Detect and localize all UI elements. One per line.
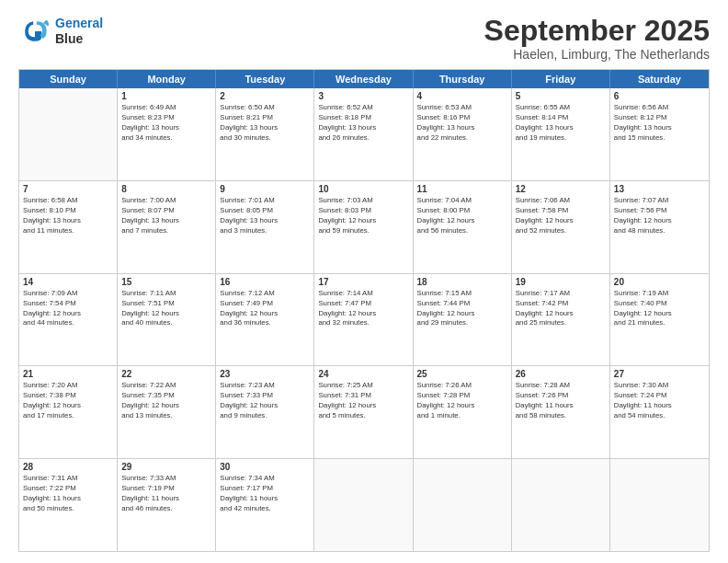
day-info: Sunrise: 7:11 AM Sunset: 7:51 PM Dayligh…: [121, 289, 211, 329]
day-cell-empty: [19, 88, 118, 180]
day-number: 5: [516, 91, 606, 101]
day-info: Sunrise: 6:49 AM Sunset: 8:23 PM Dayligh…: [121, 103, 211, 144]
day-cell-23: 23Sunrise: 7:23 AM Sunset: 7:33 PM Dayli…: [216, 366, 314, 458]
calendar: SundayMondayTuesdayWednesdayThursdayFrid…: [18, 69, 710, 552]
day-info: Sunrise: 6:58 AM Sunset: 8:10 PM Dayligh…: [23, 196, 113, 236]
day-cell-22: 22Sunrise: 7:22 AM Sunset: 7:35 PM Dayli…: [118, 366, 216, 458]
day-number: 25: [417, 369, 507, 379]
day-cell-21: 21Sunrise: 7:20 AM Sunset: 7:38 PM Dayli…: [19, 366, 118, 458]
day-number: 13: [614, 184, 705, 194]
day-cell-15: 15Sunrise: 7:11 AM Sunset: 7:51 PM Dayli…: [118, 274, 216, 366]
day-info: Sunrise: 7:25 AM Sunset: 7:31 PM Dayligh…: [318, 381, 408, 421]
day-number: 1: [121, 91, 211, 101]
day-info: Sunrise: 7:17 AM Sunset: 7:42 PM Dayligh…: [516, 289, 606, 329]
day-cell-empty: [414, 459, 512, 551]
day-number: 23: [220, 369, 310, 379]
day-cell-6: 6Sunrise: 6:56 AM Sunset: 8:12 PM Daylig…: [610, 88, 709, 180]
day-cell-8: 8Sunrise: 7:00 AM Sunset: 8:07 PM Daylig…: [118, 181, 216, 273]
day-cell-17: 17Sunrise: 7:14 AM Sunset: 7:47 PM Dayli…: [314, 274, 413, 366]
day-number: 15: [121, 277, 211, 287]
weekday-header-wednesday: Wednesday: [314, 70, 413, 88]
day-info: Sunrise: 7:14 AM Sunset: 7:47 PM Dayligh…: [318, 289, 408, 329]
day-info: Sunrise: 6:52 AM Sunset: 8:18 PM Dayligh…: [318, 103, 408, 144]
weekday-header-saturday: Saturday: [610, 70, 709, 88]
day-info: Sunrise: 6:53 AM Sunset: 8:16 PM Dayligh…: [417, 103, 507, 144]
day-number: 6: [614, 91, 705, 101]
day-info: Sunrise: 7:12 AM Sunset: 7:49 PM Dayligh…: [220, 289, 310, 329]
day-number: 21: [23, 369, 113, 379]
day-number: 27: [614, 369, 705, 379]
day-number: 19: [516, 277, 606, 287]
weekday-header-monday: Monday: [118, 70, 216, 88]
calendar-row-4: 21Sunrise: 7:20 AM Sunset: 7:38 PM Dayli…: [19, 366, 709, 459]
day-number: 7: [23, 184, 113, 194]
day-cell-12: 12Sunrise: 7:06 AM Sunset: 7:58 PM Dayli…: [512, 181, 610, 273]
day-number: 10: [318, 184, 408, 194]
day-info: Sunrise: 7:22 AM Sunset: 7:35 PM Dayligh…: [121, 381, 211, 421]
calendar-header: SundayMondayTuesdayWednesdayThursdayFrid…: [19, 70, 709, 88]
day-info: Sunrise: 7:03 AM Sunset: 8:03 PM Dayligh…: [318, 196, 408, 236]
day-number: 24: [318, 369, 408, 379]
day-cell-27: 27Sunrise: 7:30 AM Sunset: 7:24 PM Dayli…: [610, 366, 709, 458]
day-number: 2: [220, 91, 310, 101]
day-info: Sunrise: 7:26 AM Sunset: 7:28 PM Dayligh…: [417, 381, 507, 421]
day-info: Sunrise: 7:09 AM Sunset: 7:54 PM Dayligh…: [23, 289, 113, 329]
logo-text: General Blue: [55, 16, 103, 47]
day-info: Sunrise: 7:31 AM Sunset: 7:22 PM Dayligh…: [23, 474, 113, 514]
day-cell-26: 26Sunrise: 7:28 AM Sunset: 7:26 PM Dayli…: [512, 366, 610, 458]
weekday-header-thursday: Thursday: [414, 70, 512, 88]
day-info: Sunrise: 7:15 AM Sunset: 7:44 PM Dayligh…: [417, 289, 507, 329]
calendar-row-3: 14Sunrise: 7:09 AM Sunset: 7:54 PM Dayli…: [19, 274, 709, 367]
day-cell-16: 16Sunrise: 7:12 AM Sunset: 7:49 PM Dayli…: [216, 274, 314, 366]
calendar-row-1: 1Sunrise: 6:49 AM Sunset: 8:23 PM Daylig…: [19, 88, 709, 181]
day-cell-3: 3Sunrise: 6:52 AM Sunset: 8:18 PM Daylig…: [314, 88, 413, 180]
day-info: Sunrise: 7:04 AM Sunset: 8:00 PM Dayligh…: [417, 196, 507, 236]
day-number: 8: [121, 184, 211, 194]
day-cell-11: 11Sunrise: 7:04 AM Sunset: 8:00 PM Dayli…: [414, 181, 512, 273]
day-number: 20: [614, 277, 705, 287]
day-info: Sunrise: 7:07 AM Sunset: 7:56 PM Dayligh…: [614, 196, 705, 236]
day-cell-4: 4Sunrise: 6:53 AM Sunset: 8:16 PM Daylig…: [414, 88, 512, 180]
day-info: Sunrise: 7:01 AM Sunset: 8:05 PM Dayligh…: [220, 196, 310, 236]
day-number: 17: [318, 277, 408, 287]
day-info: Sunrise: 6:50 AM Sunset: 8:21 PM Dayligh…: [220, 103, 310, 144]
day-cell-24: 24Sunrise: 7:25 AM Sunset: 7:31 PM Dayli…: [314, 366, 413, 458]
day-number: 29: [121, 462, 211, 472]
day-cell-empty: [610, 459, 709, 551]
day-info: Sunrise: 7:06 AM Sunset: 7:58 PM Dayligh…: [516, 196, 606, 236]
day-cell-5: 5Sunrise: 6:55 AM Sunset: 8:14 PM Daylig…: [512, 88, 610, 180]
day-number: 14: [23, 277, 113, 287]
day-cell-28: 28Sunrise: 7:31 AM Sunset: 7:22 PM Dayli…: [19, 459, 118, 551]
calendar-body: 1Sunrise: 6:49 AM Sunset: 8:23 PM Daylig…: [19, 88, 709, 551]
day-number: 12: [516, 184, 606, 194]
day-cell-18: 18Sunrise: 7:15 AM Sunset: 7:44 PM Dayli…: [414, 274, 512, 366]
day-cell-25: 25Sunrise: 7:26 AM Sunset: 7:28 PM Dayli…: [414, 366, 512, 458]
month-title: September 2025: [484, 15, 710, 47]
location-title: Haelen, Limburg, The Netherlands: [484, 47, 710, 62]
calendar-row-5: 28Sunrise: 7:31 AM Sunset: 7:22 PM Dayli…: [19, 459, 709, 551]
day-cell-1: 1Sunrise: 6:49 AM Sunset: 8:23 PM Daylig…: [118, 88, 216, 180]
day-number: 30: [220, 462, 310, 472]
day-cell-29: 29Sunrise: 7:33 AM Sunset: 7:19 PM Dayli…: [118, 459, 216, 551]
day-number: 3: [318, 91, 408, 101]
day-number: 9: [220, 184, 310, 194]
day-cell-2: 2Sunrise: 6:50 AM Sunset: 8:21 PM Daylig…: [216, 88, 314, 180]
day-number: 4: [417, 91, 507, 101]
day-info: Sunrise: 7:20 AM Sunset: 7:38 PM Dayligh…: [23, 381, 113, 421]
day-number: 28: [23, 462, 113, 472]
day-cell-30: 30Sunrise: 7:34 AM Sunset: 7:17 PM Dayli…: [216, 459, 314, 551]
day-info: Sunrise: 7:19 AM Sunset: 7:40 PM Dayligh…: [614, 289, 705, 329]
weekday-header-friday: Friday: [512, 70, 610, 88]
day-info: Sunrise: 7:28 AM Sunset: 7:26 PM Dayligh…: [516, 381, 606, 421]
day-cell-20: 20Sunrise: 7:19 AM Sunset: 7:40 PM Dayli…: [610, 274, 709, 366]
logo-icon: [18, 15, 51, 48]
day-cell-14: 14Sunrise: 7:09 AM Sunset: 7:54 PM Dayli…: [19, 274, 118, 366]
day-info: Sunrise: 6:55 AM Sunset: 8:14 PM Dayligh…: [516, 103, 606, 144]
calendar-row-2: 7Sunrise: 6:58 AM Sunset: 8:10 PM Daylig…: [19, 181, 709, 274]
day-info: Sunrise: 6:56 AM Sunset: 8:12 PM Dayligh…: [614, 103, 705, 144]
day-info: Sunrise: 7:30 AM Sunset: 7:24 PM Dayligh…: [614, 381, 705, 421]
day-info: Sunrise: 7:34 AM Sunset: 7:17 PM Dayligh…: [220, 474, 310, 514]
day-number: 22: [121, 369, 211, 379]
logo: General Blue: [18, 15, 103, 48]
day-cell-empty: [314, 459, 413, 551]
